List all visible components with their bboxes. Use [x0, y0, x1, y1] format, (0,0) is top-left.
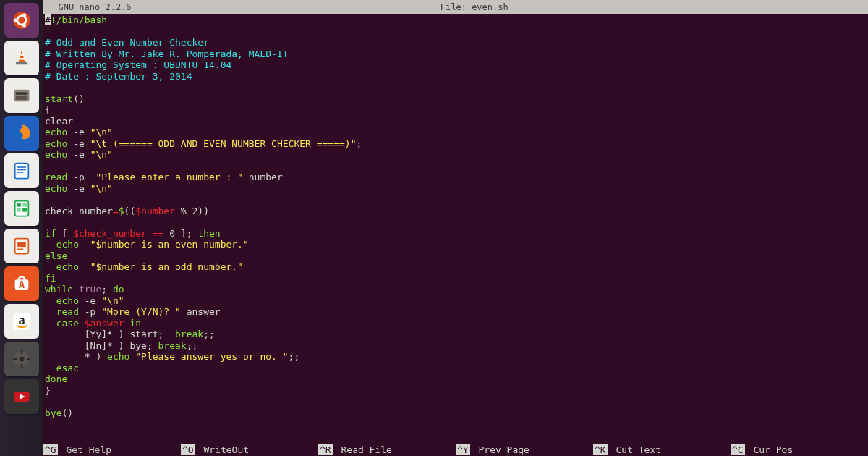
code-line: read -p "Please enter a number : " numbe…	[45, 172, 867, 183]
nano-shortcut: ^G Get Help	[43, 444, 181, 455]
code-line: {	[45, 104, 867, 116]
code-line: echo -e "\t (====== ODD AND EVEN NUMBER …	[45, 138, 867, 150]
svg-rect-16	[17, 172, 23, 173]
software-icon[interactable]: A	[4, 266, 39, 301]
svg-rect-24	[17, 249, 23, 250]
nano-shortcut: ^R Read File	[318, 444, 456, 455]
code-line: if [ $check_number == 0 ]; then	[45, 228, 867, 240]
code-line: done	[45, 373, 867, 385]
code-line: else	[45, 250, 867, 262]
code-line: esac	[45, 363, 867, 374]
svg-rect-8	[16, 62, 27, 65]
writer-icon[interactable]	[4, 153, 39, 188]
settings-icon[interactable]	[4, 342, 39, 376]
terminal-window: GNU nano 2.2.6 File: even.sh #!/bin/bash…	[43, 0, 868, 456]
editor-content[interactable]: #!/bin/bash # Odd and Even Number Checke…	[43, 14, 868, 442]
code-line: [Yy]* ) start; break;;	[45, 329, 867, 340]
dash-icon[interactable]	[4, 3, 39, 38]
code-line	[45, 26, 867, 38]
code-line: echo -e "\n"	[45, 127, 867, 138]
svg-rect-21	[22, 208, 27, 212]
nano-shortcut-bar: ^G Get Help^O WriteOut^R Read File^Y Pre…	[43, 441, 868, 456]
unity-launcher: Aa	[0, 0, 43, 456]
code-line	[45, 216, 867, 228]
code-line: * ) echo "Please answer yes or no. ";;	[45, 351, 867, 363]
nano-filename: File: even.sh	[441, 2, 509, 12]
svg-point-30	[20, 357, 25, 362]
amazon-icon[interactable]: a	[4, 304, 39, 339]
svg-rect-6	[20, 54, 25, 56]
svg-rect-11	[16, 96, 27, 100]
svg-rect-13	[15, 164, 29, 179]
svg-rect-23	[17, 242, 26, 247]
nano-titlebar: GNU nano 2.2.6 File: even.sh	[43, 0, 868, 14]
svg-rect-18	[17, 203, 21, 207]
nano-shortcut: ^C Cur Pos	[731, 444, 868, 455]
nano-shortcut: ^K Cut Text	[593, 444, 731, 455]
code-line: check_number=$(($number % 2))	[45, 206, 867, 217]
youtube-icon[interactable]	[4, 379, 39, 414]
code-line: while true; do	[45, 284, 867, 295]
code-line: clear	[45, 116, 867, 127]
svg-rect-20	[17, 208, 21, 212]
svg-rect-10	[16, 92, 27, 94]
code-line	[45, 194, 867, 206]
code-line: # Date : September 3, 2014	[45, 71, 867, 83]
code-line	[45, 161, 867, 172]
code-line: echo "$number is an odd number."	[45, 261, 867, 273]
code-line: read -p "More (Y/N)? " answer	[45, 306, 867, 318]
code-line	[45, 82, 867, 93]
code-line: bye()	[45, 408, 867, 419]
code-line: case $answer in	[45, 318, 867, 329]
files-icon[interactable]	[4, 78, 39, 113]
code-line: fi	[45, 273, 867, 284]
code-line: echo "$number is an even number."	[45, 239, 867, 250]
code-line: start()	[45, 93, 867, 105]
svg-text:a: a	[18, 314, 25, 327]
code-line: # Written By Mr. Jake R. Pomperada, MAED…	[45, 48, 867, 60]
code-line: #!/bin/bash	[45, 14, 867, 26]
code-line	[45, 396, 867, 408]
svg-marker-5	[18, 51, 25, 64]
code-line: echo -e "\n"	[45, 183, 867, 195]
code-line: # Operating System : UBUNTU 14.04	[45, 59, 867, 71]
nano-shortcut: ^O WriteOut	[181, 444, 318, 455]
code-line: [Nn]* ) bye; break;;	[45, 340, 867, 352]
svg-rect-14	[17, 166, 26, 168]
code-line: # Odd and Even Number Checker	[45, 37, 867, 48]
impress-icon[interactable]	[4, 229, 39, 263]
svg-rect-19	[22, 203, 27, 207]
svg-rect-7	[19, 58, 25, 60]
code-line: }	[45, 385, 867, 397]
code-line: echo -e "\n"	[45, 295, 867, 307]
firefox-icon[interactable]	[4, 116, 39, 151]
vlc-icon[interactable]	[4, 41, 39, 75]
svg-rect-15	[17, 169, 26, 171]
code-line: echo -e "\n"	[45, 149, 867, 161]
calc-icon[interactable]	[4, 191, 39, 226]
nano-shortcut: ^Y Prev Page	[456, 444, 593, 455]
svg-text:A: A	[19, 279, 25, 290]
nano-version: GNU nano 2.2.6	[48, 2, 132, 12]
